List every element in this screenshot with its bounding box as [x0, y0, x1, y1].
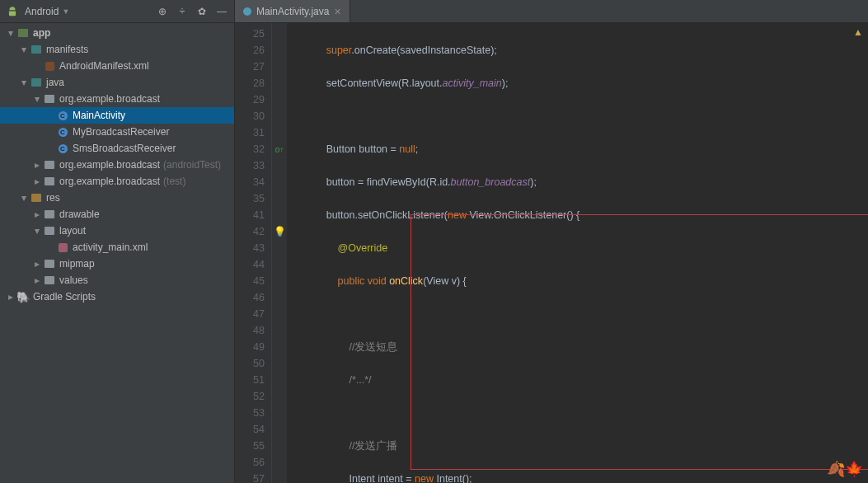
- folder-icon: [30, 192, 43, 204]
- folder-icon: [43, 274, 56, 286]
- code-area[interactable]: super.onCreate(savedInstanceState); setC…: [287, 23, 868, 483]
- folder-icon: [30, 44, 43, 55]
- warning-icon[interactable]: ▲: [853, 26, 863, 38]
- folder-icon: [43, 225, 56, 237]
- class-icon: C: [56, 126, 69, 138]
- chevron-down-icon: ▾: [31, 93, 43, 105]
- close-icon[interactable]: ×: [334, 5, 340, 18]
- node-layout[interactable]: ▾layout: [0, 223, 234, 239]
- collapse-icon[interactable]: —: [216, 6, 228, 17]
- tab-label: MainActivity.java: [256, 6, 329, 17]
- chevron-right-icon: ▸: [5, 291, 16, 302]
- chevron-down-icon: ▾: [5, 27, 16, 39]
- java-class-icon: [243, 7, 251, 16]
- chevron-down-icon: ▾: [18, 77, 30, 88]
- tab-main-activity[interactable]: MainActivity.java ×: [235, 0, 350, 22]
- node-app[interactable]: ▾app: [0, 25, 234, 41]
- gear-icon[interactable]: ✿: [196, 6, 208, 17]
- chevron-down-icon: ▾: [18, 44, 30, 55]
- project-selector[interactable]: Android ▼: [25, 6, 69, 17]
- sort-icon[interactable]: ÷: [176, 6, 188, 17]
- node-receiver1[interactable]: CMyBroadcastReceiver: [0, 124, 234, 140]
- gutter: 2526272829303132333435414243444546474849…: [235, 23, 272, 483]
- node-manifests[interactable]: ▾manifests: [0, 41, 234, 58]
- node-res[interactable]: ▾res: [0, 190, 234, 206]
- package-icon: [43, 176, 56, 187]
- node-java[interactable]: ▾java: [0, 74, 234, 91]
- class-icon: C: [56, 110, 69, 121]
- package-icon: [43, 159, 56, 171]
- node-layout-file[interactable]: activity_main.xml: [0, 239, 234, 256]
- folder-icon: [43, 209, 56, 220]
- android-icon: [7, 6, 18, 17]
- package-icon: [43, 93, 56, 105]
- node-manifest-file[interactable]: AndroidManifest.xml: [0, 58, 234, 74]
- node-pkg1[interactable]: ▾org.example.broadcast: [0, 91, 234, 107]
- chevron-down-icon: ▼: [62, 7, 69, 16]
- project-label: Android: [25, 6, 59, 17]
- chevron-down-icon: ▾: [31, 225, 43, 237]
- chevron-right-icon: ▸: [31, 258, 43, 270]
- chevron-right-icon: ▸: [31, 274, 43, 286]
- chevron-right-icon: ▸: [31, 209, 43, 220]
- chevron-down-icon: ▾: [18, 192, 30, 204]
- node-drawable[interactable]: ▸drawable: [0, 206, 234, 223]
- target-icon[interactable]: ⊕: [157, 6, 168, 17]
- module-icon: [16, 27, 30, 39]
- code-editor[interactable]: 2526272829303132333435414243444546474849…: [235, 23, 868, 483]
- decoration-leaves: 🍂🍁: [827, 460, 863, 478]
- folder-icon: [30, 77, 43, 88]
- gradle-icon: 🐘: [16, 291, 30, 302]
- chevron-right-icon: ▸: [31, 176, 43, 187]
- class-icon: C: [56, 143, 69, 154]
- node-pkg3[interactable]: ▸org.example.broadcast(test): [0, 173, 234, 190]
- node-mipmap[interactable]: ▸mipmap: [0, 256, 234, 272]
- node-gradle[interactable]: ▸🐘Gradle Scripts: [0, 288, 234, 305]
- node-pkg2[interactable]: ▸org.example.broadcast(androidTest): [0, 157, 234, 173]
- gutter-marks: o↑💡: [272, 23, 287, 483]
- project-tree[interactable]: ▾app ▾manifests AndroidManifest.xml ▾jav…: [0, 23, 235, 483]
- node-values[interactable]: ▸values: [0, 272, 234, 288]
- lightbulb-icon[interactable]: 💡: [274, 226, 286, 237]
- folder-icon: [43, 258, 56, 270]
- node-receiver2[interactable]: CSmsBroadcastReceiver: [0, 140, 234, 157]
- override-icon[interactable]: o↑: [275, 145, 284, 154]
- xml-icon: [43, 60, 56, 72]
- chevron-right-icon: ▸: [31, 159, 43, 171]
- node-main-activity[interactable]: CMainActivity: [0, 107, 234, 124]
- xml-icon: [56, 242, 69, 253]
